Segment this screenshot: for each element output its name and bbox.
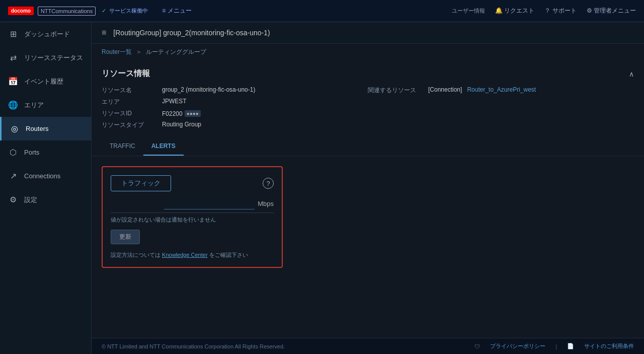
footer-divider: | — [555, 343, 557, 349]
status-text: サービス稼働中 — [109, 7, 148, 15]
resource-name-label: リソース名 — [102, 86, 162, 95]
dashboard-icon: ⊞ — [8, 29, 18, 39]
top-bar: docomo NTTCommunications ✓ サービス稼働中 ≡ メニュ… — [0, 0, 644, 22]
note-text: 値が設定されない場合は通知を行いません — [111, 216, 274, 224]
sidebar-label-area: エリア — [24, 101, 44, 110]
knowledge-text: 設定方法については Knowledge Center をご確認下さい — [111, 251, 274, 259]
sidebar-item-routers[interactable]: ◎ Routers — [0, 117, 91, 140]
knowledge-prefix: 設定方法については — [111, 252, 160, 258]
resource-left: リソース名 group_2 (monitoring-fic-osa-uno-1)… — [102, 86, 368, 129]
sidebar-item-resource-status[interactable]: ⇄ リソースステータス — [0, 46, 91, 69]
resource-type-value: Routing Group — [162, 121, 201, 129]
sidebar-item-dashboard[interactable]: ⊞ ダッシュボード — [0, 22, 91, 46]
support-link[interactable]: ？ サポート — [544, 7, 576, 15]
content-area: ≡ [RoutingGroup] group_2(monitoring-fic-… — [92, 22, 644, 354]
status-check-icon: ✓ — [102, 8, 106, 14]
sidebar-label-event-history: イベント履歴 — [24, 77, 63, 86]
resource-type-row: リソースタイプ Routing Group — [102, 121, 368, 129]
top-bar-right: ユーザー情報 🔔 リクエスト ？ サポート ⚙ 管理者メニュー — [452, 7, 636, 15]
routers-icon: ◎ — [10, 124, 20, 133]
sidebar-label-resource-status: リソースステータス — [24, 53, 83, 62]
logo-area: docomo NTTCommunications — [8, 7, 96, 16]
sidebar-item-settings[interactable]: ⚙ 設定 — [0, 188, 91, 211]
resource-right: 関連するリソース [Connection] Router_to_AzurePri… — [368, 86, 634, 129]
page-header: ≡ [RoutingGroup] group_2(monitoring-fic-… — [92, 22, 644, 44]
resource-type-label: リソースタイプ — [102, 121, 162, 129]
resource-id-value: F02200 ●●●● — [162, 109, 201, 118]
resource-related-value: [Connection] Router_to_AzurePri_west — [428, 86, 536, 95]
menu-label[interactable]: ≡ メニュー — [162, 7, 191, 15]
resource-section: リソース情報 ∧ リソース名 group_2 (monitoring-fic-o… — [92, 60, 644, 137]
resource-name-row: リソース名 group_2 (monitoring-fic-osa-uno-1) — [102, 86, 368, 95]
resource-area-row: エリア JPWEST — [102, 98, 368, 106]
settings-icon: ⚙ — [8, 195, 18, 204]
sidebar-label-dashboard: ダッシュボード — [24, 30, 70, 39]
tab-content-alerts: トラフィック ? Mbps 値が設定されない場合は通知を行いません 更新 設定方… — [92, 156, 644, 338]
tab-alerts[interactable]: ALERTS — [143, 137, 184, 156]
mbps-row: Mbps — [111, 197, 274, 209]
resource-id-row: リソースID F02200 ●●●● — [102, 109, 368, 118]
help-icon[interactable]: ? — [263, 178, 274, 189]
terms-link[interactable]: サイトのご利用条件 — [584, 342, 634, 350]
area-icon: 🌐 — [8, 100, 18, 110]
sidebar-item-area[interactable]: 🌐 エリア — [0, 93, 91, 117]
breadcrumb: Router一覧 ＞ ルーティンググループ — [92, 44, 644, 60]
sidebar-label-ports: Ports — [24, 149, 39, 156]
resource-related-row: 関連するリソース [Connection] Router_to_AzurePri… — [368, 86, 634, 95]
divider — [111, 213, 274, 213]
sidebar-label-connections: Connections — [24, 172, 60, 180]
breadcrumb-separator: ＞ — [136, 48, 142, 56]
request-link[interactable]: 🔔 リクエスト — [495, 7, 534, 15]
footer-links: 🛡 プライバシーポリシー | 📄 サイトのご利用条件 — [474, 342, 634, 350]
update-button[interactable]: 更新 — [111, 230, 140, 244]
related-connection-link[interactable]: Router_to_AzurePri_west — [467, 86, 536, 93]
related-connection-label: [Connection] — [428, 86, 462, 93]
sidebar: ⊞ ダッシュボード ⇄ リソースステータス 📅 イベント履歴 🌐 エリア ◎ R… — [0, 22, 92, 354]
resource-area-label: エリア — [102, 98, 162, 106]
footer: © NTT Limited and NTT Communications Cor… — [92, 338, 644, 354]
footer-doc-icon: 📄 — [567, 343, 574, 349]
resource-area-value: JPWEST — [162, 98, 187, 106]
resource-related-label: 関連するリソース — [368, 86, 428, 95]
collapse-icon[interactable]: ∧ — [629, 70, 634, 78]
resource-name-value: group_2 (monitoring-fic-osa-uno-1) — [162, 86, 255, 95]
id-masked: ●●●● — [185, 110, 201, 117]
breadcrumb-router-list[interactable]: Router一覧 — [102, 48, 132, 56]
connections-icon: ↗ — [8, 171, 18, 181]
admin-menu-link[interactable]: ⚙ 管理者メニュー — [587, 7, 636, 15]
alerts-panel: トラフィック ? Mbps 値が設定されない場合は通知を行いません 更新 設定方… — [102, 166, 283, 268]
mbps-label: Mbps — [258, 200, 274, 207]
resource-section-title: リソース情報 — [102, 68, 150, 79]
knowledge-suffix: をご確認下さい — [209, 252, 248, 258]
resource-status-icon: ⇄ — [8, 53, 18, 62]
top-bar-left: docomo NTTCommunications ✓ サービス稼働中 ≡ メニュ… — [8, 7, 192, 16]
event-history-icon: 📅 — [8, 77, 18, 86]
sidebar-item-event-history[interactable]: 📅 イベント履歴 — [0, 69, 91, 93]
resource-grid: リソース名 group_2 (monitoring-fic-osa-uno-1)… — [102, 86, 634, 129]
hamburger-icon[interactable]: ≡ — [102, 28, 106, 37]
resource-id-label: リソースID — [102, 109, 162, 118]
tab-traffic[interactable]: TRAFFIC — [102, 137, 143, 156]
knowledge-center-link[interactable]: Knowledge Center — [162, 252, 208, 258]
top-status: ✓ サービス稼働中 — [102, 7, 148, 15]
main-layout: ⊞ ダッシュボード ⇄ リソースステータス 📅 イベント履歴 🌐 エリア ◎ R… — [0, 22, 644, 354]
sidebar-item-connections[interactable]: ↗ Connections — [0, 164, 91, 188]
privacy-policy-link[interactable]: プライバシーポリシー — [490, 342, 545, 350]
breadcrumb-current: ルーティンググループ — [146, 48, 206, 56]
traffic-button[interactable]: トラフィック — [111, 175, 171, 191]
user-info: ユーザー情報 — [452, 7, 485, 15]
footer-shield-icon: 🛡 — [474, 343, 480, 349]
alert-panel-header: トラフィック ? — [111, 175, 274, 191]
sidebar-item-ports[interactable]: ⬡ Ports — [0, 140, 91, 164]
sidebar-label-routers: Routers — [26, 125, 49, 132]
logo-docomo: docomo — [8, 7, 34, 15]
mbps-input[interactable] — [164, 197, 255, 209]
page-title: [RoutingGroup] group_2(monitoring-fic-os… — [113, 29, 270, 37]
ports-icon: ⬡ — [8, 148, 18, 157]
footer-copyright: © NTT Limited and NTT Communications Cor… — [102, 343, 285, 349]
sidebar-label-settings: 設定 — [24, 195, 37, 204]
logo-ntt: NTTCommunications — [38, 7, 96, 16]
tabs-bar: TRAFFIC ALERTS — [92, 137, 644, 156]
resource-header: リソース情報 ∧ — [102, 68, 634, 79]
